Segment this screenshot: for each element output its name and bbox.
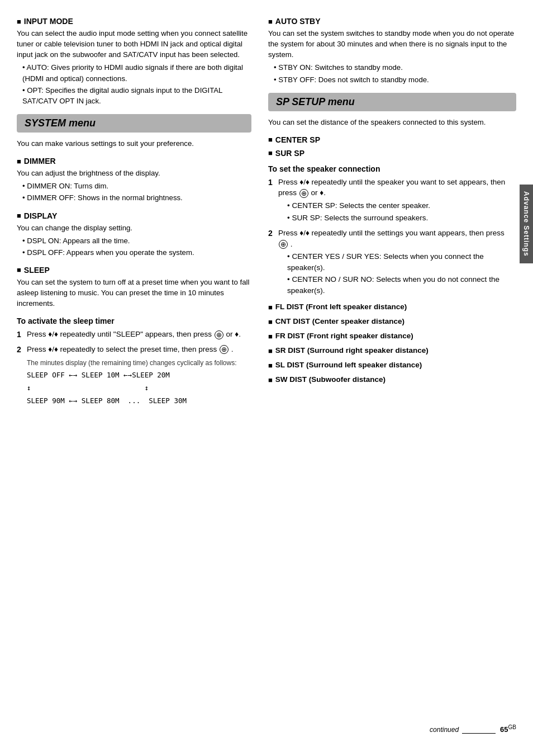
speaker-connection-heading: To set the speaker connection [268, 164, 516, 173]
sleep-body: You can set the system to turn off at a … [17, 277, 251, 309]
auto-stby-title: AUTO STBY [268, 17, 516, 26]
enter-icon: ⊕ [279, 240, 288, 249]
sr-dist-title: SR DIST (Surround right speaker distance… [268, 346, 516, 355]
sleep-cycle-arrows: ↕ ↕ [27, 383, 251, 394]
sleep-title: SLEEP [17, 266, 251, 275]
enter-icon: ⊕ [215, 330, 223, 339]
sleep-cycle-line1: SLEEP OFF ←→ SLEEP 10M ←→SLEEP 20M [27, 370, 251, 381]
speaker-connection-steps: 1 Press ♦/♦ repeatedly until the speaker… [268, 177, 516, 297]
sur-sp-title: SUR SP [268, 149, 516, 158]
display-title: DISPLAY [17, 211, 251, 220]
system-menu-intro: You can make various settings to suit yo… [17, 138, 251, 149]
fl-dist-title: FL DIST (Front left speaker distance) [268, 303, 516, 311]
list-item: OPT: Specifies the digital audio signals… [17, 85, 251, 106]
sleep-timer-heading: To activate the sleep timer [17, 316, 251, 325]
two-column-layout: INPUT MODE You can select the audio inpu… [17, 17, 516, 719]
sleep-step2-text: Press ♦/♦ repeatedly to select the prese… [27, 345, 217, 353]
list-item: STBY ON: Switches to standby mode. [268, 62, 516, 73]
sp-step2-bullets: CENTER YES / SUR YES: Selects when you c… [278, 251, 516, 296]
list-item: CENTER YES / SUR YES: Selects when you c… [282, 251, 516, 273]
list-item: SUR SP: Selects the surround speakers. [282, 212, 516, 224]
sleep-step1-text: Press ♦/♦ repeatedly until "SLEEP" appea… [27, 330, 212, 338]
input-mode-bullets: AUTO: Gives priority to HDMI audio signa… [17, 62, 251, 106]
left-column: INPUT MODE You can select the audio inpu… [17, 17, 251, 719]
page-footer: continued 65GB [17, 724, 516, 734]
continued-label: continued [430, 726, 459, 734]
sleep-step-1: 1 Press ♦/♦ repeatedly until "SLEEP" app… [17, 329, 251, 340]
sleep-cycle: The minutes display (the remaining time)… [27, 358, 251, 406]
dimmer-body: You can adjust the brightness of the dis… [17, 168, 251, 203]
display-bullets: DSPL ON: Appears all the time. DSPL OFF:… [17, 235, 251, 258]
sp-step1b-text: or ♦. [311, 188, 326, 197]
fr-dist-title: FR DIST (Front right speaker distance) [268, 332, 516, 341]
sleep-step-2: 2 Press ♦/♦ repeatedly to select the pre… [17, 344, 251, 407]
right-column: AUTO STBY You can set the system switche… [268, 17, 516, 719]
list-item: AUTO: Gives priority to HDMI audio signa… [17, 62, 251, 83]
sleep-cycle-note: The minutes display (the remaining time)… [27, 358, 251, 368]
auto-stby-body: You can set the system switches to stand… [268, 28, 516, 85]
list-item: CENTER SP: Selects the center speaker. [282, 200, 516, 211]
dimmer-bullets: DIMMER ON: Turns dim. DIMMER OFF: Shows … [17, 181, 251, 203]
sleep-timer-steps: 1 Press ♦/♦ repeatedly until "SLEEP" app… [17, 329, 251, 406]
system-menu-header: SYSTEM menu [17, 114, 251, 133]
sleep-step1b-text: or ♦. [226, 330, 241, 338]
sp-step1-bullets: CENTER SP: Selects the center speaker. S… [278, 200, 516, 223]
sp-step2-text: Press ♦/♦ repeatedly until the settings … [278, 229, 505, 237]
list-item: STBY OFF: Does not switch to standby mod… [268, 74, 516, 85]
dimmer-title: DIMMER [17, 157, 251, 166]
list-item: CENTER NO / SUR NO: Selects when you do … [282, 274, 516, 296]
list-item: DSPL ON: Appears all the time. [17, 235, 251, 246]
sw-dist-title: SW DIST (Subwoofer distance) [268, 375, 516, 384]
enter-icon: ⊕ [220, 345, 229, 354]
list-item: DIMMER ON: Turns dim. [17, 181, 251, 191]
cnt-dist-title: CNT DIST (Center speaker distance) [268, 317, 516, 326]
list-item: DIMMER OFF: Shows in the normal brightne… [17, 192, 251, 203]
input-mode-body: You can select the audio input mode sett… [17, 28, 251, 106]
sp-step-2: 2 Press ♦/♦ repeatedly until the setting… [268, 228, 516, 297]
sl-dist-title: SL DIST (Surround left speaker distance) [268, 361, 516, 370]
page: INPUT MODE You can select the audio inpu… [0, 0, 533, 756]
advance-settings-sidebar: Advance Settings [520, 185, 533, 263]
sp-setup-intro: You can set the distance of the speakers… [268, 117, 516, 127]
list-item: DSPL OFF: Appears when you operate the s… [17, 247, 251, 258]
center-sp-title: CENTER SP [268, 135, 516, 144]
sp-step-1: 1 Press ♦/♦ repeatedly until the speaker… [268, 177, 516, 224]
page-number: 65GB [500, 724, 516, 734]
enter-icon: ⊕ [299, 189, 308, 198]
continued-line [462, 733, 496, 734]
sp-setup-menu-header: SP SETUP menu [268, 93, 516, 111]
auto-stby-bullets: STBY ON: Switches to standby mode. STBY … [268, 62, 516, 84]
input-mode-title: INPUT MODE [17, 17, 251, 26]
display-body: You can change the display setting. DSPL… [17, 223, 251, 258]
sleep-cycle-line2: SLEEP 90M ←→ SLEEP 80M ... SLEEP 30M [27, 396, 251, 407]
